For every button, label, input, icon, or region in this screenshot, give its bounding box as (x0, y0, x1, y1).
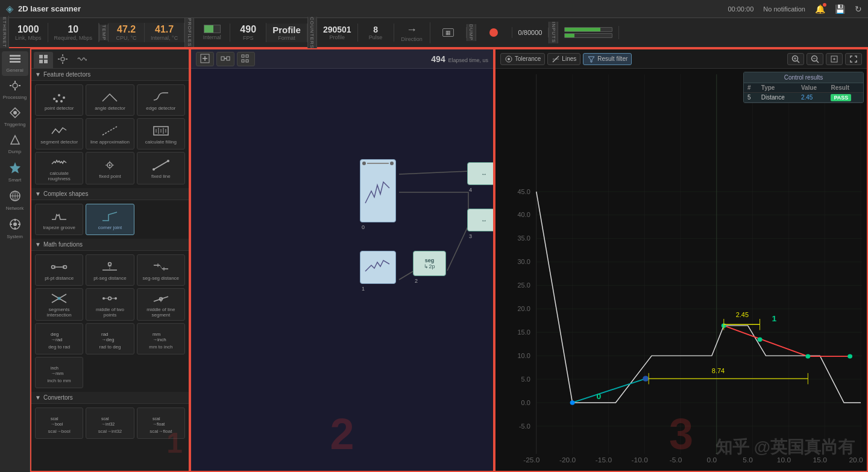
tool-scal-bool[interactable]: scal→bool scal→bool (35, 407, 83, 439)
stat-internal2: Internal (194, 24, 230, 42)
stat-record-btn[interactable] (476, 27, 512, 38)
tool-angle-detector[interactable]: angle detector (86, 84, 134, 116)
sidebar-item-general[interactable]: General (2, 51, 28, 76)
section-feature-detectors[interactable]: ▼ Feature detectors (31, 69, 189, 81)
processing-icon (9, 80, 21, 93)
sidebar-item-dump[interactable]: Dump (2, 131, 28, 157)
wf-node-0[interactable]: 0 (360, 159, 396, 222)
expand-btn[interactable] (845, 53, 862, 65)
tool-scal-int32[interactable]: scal→int32 scal→int32 (86, 407, 134, 439)
tool-fixed-line[interactable]: fixed line (137, 152, 185, 184)
tool-middle-two-points[interactable]: middle of two points (86, 288, 134, 321)
lines-btn[interactable]: Lines (547, 53, 580, 65)
profiles-label: PROFILES (185, 18, 193, 47)
cr-row-1: 5 Distance 2.45 PASS (744, 93, 863, 102)
svg-rect-24 (39, 60, 43, 63)
tool-trapeze-groove[interactable]: trapeze groove (35, 204, 83, 235)
svg-rect-0 (10, 55, 20, 57)
svg-rect-7 (19, 85, 20, 86)
tool-edge-detector[interactable]: edge detector (137, 84, 185, 116)
stat-internal-temp: 41.7 Internal, °C (145, 23, 184, 42)
svg-rect-21 (18, 224, 20, 225)
svg-text:scal: scal (101, 417, 109, 421)
svg-text:→int32: →int32 (101, 422, 115, 426)
general-label: General (6, 68, 23, 73)
tab-grid[interactable] (34, 52, 53, 68)
tool-segments-intersection[interactable]: segments intersection (35, 288, 83, 321)
save-icon[interactable]: 💾 (835, 4, 845, 14)
control-results-panel: Control results # Type Value Result 5 (743, 72, 864, 103)
sidebar-item-processing[interactable]: Processing (2, 77, 28, 103)
toolbox-tabs (31, 49, 189, 69)
wf-layout-btn[interactable] (237, 52, 255, 66)
complex-shapes-grid: trapeze groove corner joint (31, 200, 189, 239)
tab-waveform[interactable] (72, 52, 92, 68)
svg-rect-18 (14, 219, 16, 221)
processing-label: Processing (3, 95, 27, 100)
section-complex-shapes[interactable]: ▼ Complex shapes (31, 188, 189, 200)
tab-settings[interactable] (53, 52, 72, 68)
tool-pt-seg-distance[interactable]: pt-seg distance (86, 254, 134, 286)
svg-text:→float: →float (153, 422, 165, 426)
tool-inch-to-mm[interactable]: inch→mm inch to mm (35, 357, 83, 388)
tool-mm-to-inch[interactable]: mm→inch mm to inch (137, 323, 185, 354)
svg-point-26 (61, 57, 64, 61)
stat-link: 1000 Link, Mbps (9, 23, 48, 42)
tool-point-detector[interactable]: point detector (35, 84, 83, 116)
tolerance-btn[interactable]: Tolerance (500, 53, 545, 65)
wf-connect-btn[interactable] (216, 52, 234, 66)
stat-profile-format: Profile Format (266, 24, 307, 42)
tool-calc-filling[interactable]: calculate filling (137, 118, 185, 149)
segments-intersection-icon (49, 291, 69, 306)
workflow-canvas[interactable]: 0 1 seg ↳2p 2 ↔ 3 ↔ (191, 69, 493, 471)
svg-point-166 (805, 354, 810, 358)
sidebar-item-system[interactable]: System (2, 215, 28, 242)
wf-add-node-btn[interactable] (196, 52, 214, 66)
wf-node-1[interactable]: 1 (360, 251, 396, 284)
wf-node-4[interactable]: ↔ 4 (467, 162, 493, 185)
sidebar-item-smart[interactable]: Smart (2, 159, 28, 186)
system-icon (9, 218, 21, 233)
svg-text:-5.0: -5.0 (519, 423, 530, 430)
tool-corner-joint[interactable]: corner joint (86, 204, 134, 235)
svg-text:-25.0: -25.0 (523, 456, 539, 464)
refresh-icon[interactable]: ↻ (855, 4, 862, 14)
svg-text:mm: mm (153, 332, 161, 337)
svg-point-71 (108, 297, 112, 300)
sidebar-item-triggering[interactable]: Triggering (2, 104, 28, 130)
wf-node-2[interactable]: seg ↳2p 2 (413, 251, 446, 276)
svg-marker-11 (10, 162, 20, 174)
alert-icon[interactable]: 🔔 (815, 4, 825, 14)
section-math-functions[interactable]: ▼ Math functions (31, 239, 189, 251)
trapeze-groove-label: trapeze groove (43, 225, 75, 230)
tool-deg-to-rad[interactable]: deg→rad deg to rad (35, 323, 83, 354)
zoom-in-btn[interactable] (787, 53, 804, 65)
wf-node-3[interactable]: ↔ 3 (467, 209, 493, 231)
tool-fixed-point[interactable]: fixed point (86, 152, 134, 184)
sidebar-item-network[interactable]: Network (2, 187, 28, 214)
network-label: Network (6, 206, 24, 211)
stat-dump-btn[interactable]: ▦ (430, 27, 467, 38)
temp-label: TEMP (99, 25, 108, 40)
fixed-line-icon (151, 158, 171, 172)
feature-detectors-grid: point detector angle detector edge detec… (31, 81, 189, 188)
tool-rad-to-deg[interactable]: rad→deg rad to deg (86, 323, 134, 354)
tool-segment-detector[interactable]: segment detector (35, 118, 83, 149)
tool-calc-roughness[interactable]: calculate roughness (35, 152, 83, 184)
svg-rect-4 (14, 81, 16, 83)
svg-text:8.74: 8.74 (712, 367, 725, 374)
tool-middle-line-segment[interactable]: middle of line segment (137, 288, 185, 321)
svg-text:→mm: →mm (51, 371, 64, 376)
calc-filling-icon (151, 124, 171, 138)
svg-point-33 (63, 96, 65, 99)
tool-pt-pt-distance[interactable]: pt-pt distance (35, 254, 83, 286)
line-approx-icon (100, 124, 119, 138)
result-filter-btn[interactable]: Result filter (583, 53, 632, 65)
svg-point-50 (153, 168, 155, 171)
fit-btn[interactable] (826, 53, 843, 65)
section-convertors[interactable]: ▼ Convertors (31, 392, 189, 404)
zoom-out-btn[interactable] (807, 53, 823, 65)
tool-seg-seg-distance[interactable]: seg-seg distance (137, 254, 185, 286)
pt-seg-distance-icon (100, 260, 119, 274)
tool-line-approx[interactable]: line approximation (86, 118, 134, 149)
